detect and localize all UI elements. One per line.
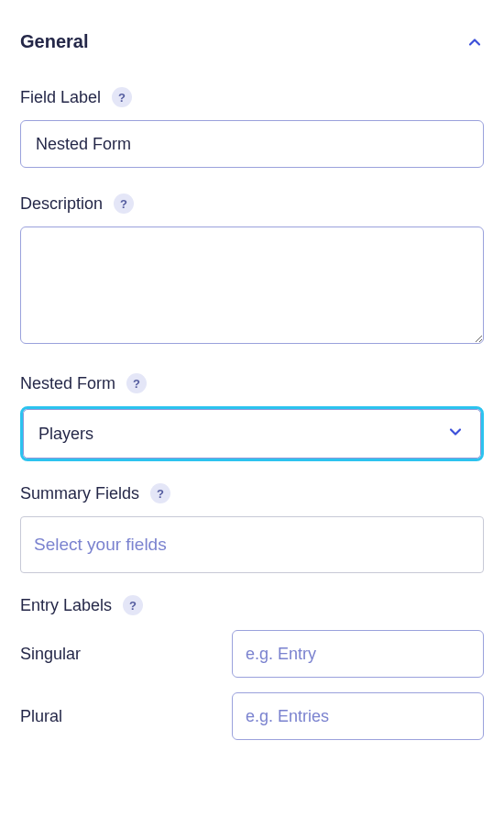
- field-label-block: Field Label ?: [20, 87, 484, 168]
- description-textarea[interactable]: [20, 227, 484, 344]
- nested-form-select[interactable]: Players: [23, 409, 481, 459]
- description-label: Description: [20, 194, 103, 214]
- plural-row: Plural: [20, 692, 484, 740]
- nested-form-block: Nested Form ? Players: [20, 373, 484, 461]
- help-icon[interactable]: ?: [150, 483, 170, 503]
- section-title: General: [20, 31, 88, 52]
- chevron-up-icon: [466, 33, 484, 51]
- field-label-label: Field Label: [20, 88, 101, 107]
- summary-fields-input[interactable]: Select your fields: [20, 516, 484, 573]
- entry-labels-label: Entry Labels: [20, 596, 112, 615]
- singular-label: Singular: [20, 645, 81, 664]
- help-icon[interactable]: ?: [114, 193, 134, 214]
- summary-fields-label-row: Summary Fields ?: [20, 483, 484, 503]
- field-label-input[interactable]: [20, 120, 484, 168]
- nested-form-select-value: Players: [38, 425, 93, 444]
- entry-labels-label-row: Entry Labels ?: [20, 595, 484, 615]
- singular-input[interactable]: [232, 630, 484, 678]
- description-block: Description ?: [20, 193, 484, 348]
- plural-label: Plural: [20, 707, 62, 726]
- entry-labels-block: Entry Labels ? Singular Plural: [20, 595, 484, 740]
- nested-form-label: Nested Form: [20, 374, 115, 393]
- summary-fields-label: Summary Fields: [20, 484, 139, 503]
- help-icon[interactable]: ?: [123, 595, 143, 615]
- help-icon[interactable]: ?: [112, 87, 132, 107]
- section-header[interactable]: General: [20, 18, 484, 61]
- nested-form-label-row: Nested Form ?: [20, 373, 484, 393]
- field-label-row: Field Label ?: [20, 87, 484, 107]
- general-settings-panel: General Field Label ? Description ? Nest…: [0, 0, 504, 768]
- nested-form-select-wrap: Players: [20, 406, 484, 461]
- help-icon[interactable]: ?: [126, 373, 147, 393]
- singular-row: Singular: [20, 630, 484, 678]
- plural-input[interactable]: [232, 692, 484, 740]
- summary-fields-placeholder: Select your fields: [34, 535, 167, 555]
- description-label-row: Description ?: [20, 193, 484, 214]
- summary-fields-block: Summary Fields ? Select your fields: [20, 483, 484, 573]
